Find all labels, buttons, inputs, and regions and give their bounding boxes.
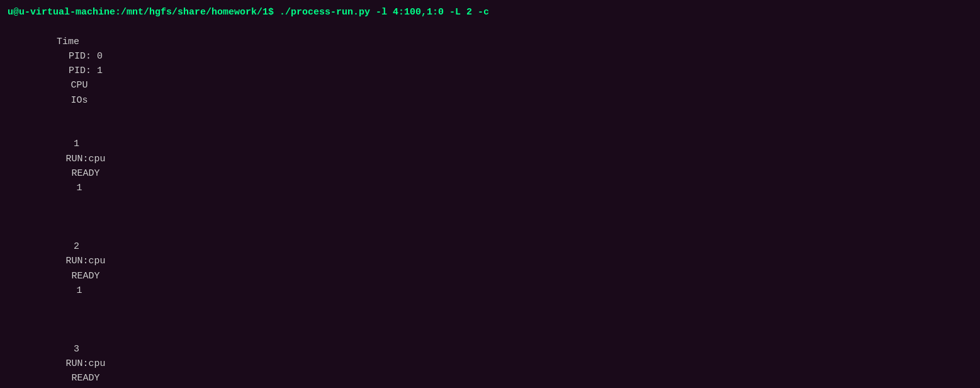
cell-pid0: RUN:cpu <box>42 152 130 166</box>
cell-time: 3 <box>42 342 79 357</box>
header-time-1: Time <box>42 35 79 49</box>
header-cpu-1: CPU <box>42 78 117 93</box>
cell-pid1: READY <box>42 166 130 181</box>
cell-cpu: 1 <box>42 283 117 298</box>
cell-pid1: READY <box>42 371 130 385</box>
cell-time: 2 <box>42 239 79 254</box>
table-header-1: Time PID: 0 PID: 1 CPU IOs <box>8 20 972 122</box>
cell-time: 1 <box>42 137 79 151</box>
cell-pid0: RUN:cpu <box>42 357 130 371</box>
prompt-line-1: u@u-virtual-machine:/mnt/hgfs/share/home… <box>8 5 972 20</box>
table-row: 1 RUN:cpu READY 1 <box>8 122 972 225</box>
terminal: u@u-virtual-machine:/mnt/hgfs/share/home… <box>8 5 972 388</box>
cell-pid0: RUN:cpu <box>42 254 130 268</box>
header-ios-1: IOs <box>42 93 117 108</box>
table-row: 3 RUN:cpu READY 1 <box>8 328 972 389</box>
session-1: u@u-virtual-machine:/mnt/hgfs/share/home… <box>8 5 972 388</box>
cell-pid1: READY <box>42 269 130 283</box>
cell-cpu: 1 <box>42 181 117 195</box>
header-pid1-1: PID: 1 <box>42 64 130 78</box>
header-pid0-1: PID: 0 <box>42 49 130 64</box>
table-row: 2 RUN:cpu READY 1 <box>8 225 972 328</box>
cell-cpu: 1 <box>42 386 117 389</box>
